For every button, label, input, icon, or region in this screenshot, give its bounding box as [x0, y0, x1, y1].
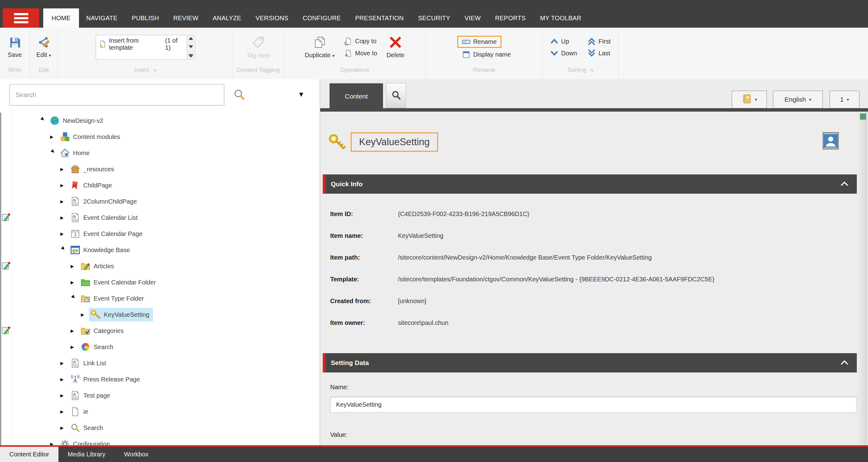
rename-button[interactable]: Rename — [462, 38, 497, 46]
quick-info-header[interactable]: Quick Info — [323, 175, 857, 194]
expand-arrow-icon[interactable]: ▶ — [60, 183, 68, 188]
search-input[interactable] — [9, 84, 224, 106]
profile-button[interactable] — [823, 132, 839, 150]
item-title[interactable]: KeyValueSetting — [351, 132, 438, 152]
statusbar-tab-content-editor[interactable]: Content Editor — [0, 447, 58, 462]
collapse-chevron-icon[interactable] — [839, 359, 848, 368]
menu-tab-navigate[interactable]: NAVIGATE — [79, 8, 125, 28]
editor-scrollbar[interactable] — [858, 112, 867, 461]
menu-tab-analyze[interactable]: ANALYZE — [206, 8, 248, 28]
duplicate-button[interactable]: Duplicate ▾ — [300, 36, 339, 59]
insert-template-listbox[interactable]: Insert from template (1 of 1) — [96, 35, 187, 60]
menu-tab-review[interactable]: REVIEW — [166, 8, 206, 28]
menu-tab-versions[interactable]: VERSIONS — [248, 8, 296, 28]
tree-item-knowledge-base[interactable]: ▶Knowledge Base — [0, 242, 319, 258]
menu-tab-reports[interactable]: REPORTS — [488, 8, 532, 28]
sort-down-button[interactable]: Down — [550, 49, 577, 57]
menu-tab-publish[interactable]: PUBLISH — [125, 8, 166, 28]
sort-up-button[interactable]: Up — [550, 37, 577, 45]
collapse-chevron-icon[interactable] — [839, 180, 848, 190]
statusbar-tab-media-library[interactable]: Media Library — [58, 447, 115, 462]
tag-item-label: Tag item — [247, 52, 270, 59]
delete-button[interactable]: Delete — [382, 36, 409, 59]
tree-item-search[interactable]: ▶Search — [0, 420, 319, 436]
version-selector[interactable]: 1 ▾ — [830, 90, 860, 109]
expand-arrow-icon[interactable]: ▶ — [60, 199, 68, 204]
edit-button[interactable]: Edit ▾ — [32, 36, 55, 58]
edited-item-gutter-icon[interactable] — [2, 213, 11, 222]
tree-item-search[interactable]: ▶Search — [0, 339, 319, 355]
tree-item-press-release-page[interactable]: ▶Press Release Page — [0, 371, 319, 388]
tree-item-newdesign-v2[interactable]: ▶NewDesign-v2 — [0, 113, 319, 129]
tree-item-categories[interactable]: ▶Categories — [0, 323, 319, 339]
tree-item-ie[interactable]: ▶ie — [0, 404, 319, 420]
tree-item-articles[interactable]: ▶Articles — [0, 258, 319, 274]
expand-arrow-icon[interactable]: ▶ — [81, 312, 89, 317]
display-name-button[interactable]: Display name — [462, 50, 511, 59]
tree-item-link-list[interactable]: ▶ALink List — [0, 355, 319, 371]
language-selector[interactable]: English ▾ — [773, 90, 823, 109]
edited-item-gutter-icon[interactable] — [2, 326, 11, 335]
sort-first-button[interactable]: First — [588, 37, 611, 45]
tab-content[interactable]: Content — [330, 83, 383, 110]
expand-arrow-icon[interactable]: ▶ — [60, 215, 68, 220]
edited-item-gutter-icon[interactable] — [2, 261, 11, 271]
expand-arrow-icon[interactable]: ▶ — [60, 409, 68, 414]
search-icon[interactable] — [232, 88, 246, 102]
tree-item-childpage[interactable]: ▶ChildPage — [0, 177, 319, 193]
hamburger-menu-button[interactable] — [3, 8, 39, 28]
expand-arrow-icon[interactable]: ▶ — [70, 280, 79, 285]
menu-tab-view[interactable]: VIEW — [457, 8, 488, 28]
scroll-up-icon[interactable] — [189, 37, 193, 40]
insert-option-label[interactable]: Insert from template — [109, 37, 163, 51]
menu-tab-security[interactable]: SECURITY — [411, 8, 458, 28]
expand-arrow-icon[interactable]: ▶ — [60, 393, 68, 398]
editor-search-button[interactable] — [386, 83, 406, 108]
expand-arrow-icon[interactable]: ▶ — [60, 361, 68, 366]
search-options-caret-icon[interactable]: ▼ — [298, 90, 305, 98]
delete-x-icon — [389, 36, 402, 49]
name-field-input[interactable] — [330, 396, 857, 412]
display-name-icon — [462, 50, 470, 59]
expand-arrow-icon[interactable]: ▶ — [50, 134, 58, 139]
name-field-label: Name: — [330, 384, 857, 391]
save-button[interactable]: Save — [3, 36, 26, 58]
expand-arrow-icon[interactable]: ▶ — [70, 328, 79, 333]
expand-arrow-icon[interactable]: ▶ — [60, 425, 68, 430]
scroll-down-icon[interactable] — [189, 45, 193, 48]
tag-item-button[interactable]: Tag item — [242, 35, 275, 59]
tree-item-label: Content modules — [73, 133, 120, 141]
tree-item-content-modules[interactable]: ▶Content modules — [0, 129, 319, 145]
menu-tab-presentation[interactable]: PRESENTATION — [348, 8, 411, 28]
menu-tab-configure[interactable]: CONFIGURE — [296, 8, 348, 28]
tree-item-home[interactable]: ▶Home — [0, 145, 319, 161]
navigation-book-button[interactable]: ▾ — [732, 90, 767, 109]
group-launcher-icon[interactable] — [589, 66, 593, 73]
expand-arrow-icon[interactable]: ▶ — [60, 167, 68, 172]
tree-item-event-calendar-list[interactable]: ▶AEvent Calendar List — [0, 210, 319, 226]
tree-item-2columnchildpage[interactable]: ▶A2ColumnChildPage — [0, 193, 319, 210]
group-launcher-icon[interactable] — [151, 66, 156, 73]
validation-status-marker[interactable] — [860, 114, 866, 120]
tree-item-keyvaluesetting[interactable]: ▶KeyValueSetting — [0, 307, 319, 323]
setting-data-header[interactable]: Setting Data — [323, 353, 857, 372]
tree-item-event-calendar-page[interactable]: ▶1Event Calendar Page — [0, 226, 319, 242]
tree-item-test-page[interactable]: ▶ATest page — [0, 388, 319, 404]
scroll-to-end-icon[interactable] — [189, 54, 193, 58]
expand-arrow-icon[interactable]: ▶ — [60, 377, 68, 382]
tree-item-event-calendar-folder[interactable]: ▶Event Calendar Folder — [0, 274, 319, 290]
tree-item-resources[interactable]: ▶_resources — [0, 161, 319, 177]
tree-item-event-type-folder[interactable]: ▶Event Type Folder — [0, 290, 319, 307]
rename-label: Rename — [473, 38, 497, 45]
move-to-button[interactable]: Move to — [344, 49, 377, 58]
expand-arrow-icon[interactable]: ▶ — [70, 264, 79, 269]
menu-tab-my-toolbar[interactable]: MY TOOLBAR — [533, 8, 589, 28]
sort-last-button[interactable]: Last — [588, 49, 611, 57]
expand-arrow-icon[interactable]: ▶ — [70, 344, 79, 349]
copy-to-button[interactable]: Copy to — [344, 37, 377, 45]
menu-tab-home[interactable]: HOME — [43, 8, 79, 28]
statusbar-tab-workbox[interactable]: Workbox — [115, 447, 158, 462]
expand-arrow-icon[interactable]: ▶ — [60, 231, 68, 236]
save-label: Save — [8, 51, 22, 58]
section-accent-bar — [323, 175, 326, 194]
